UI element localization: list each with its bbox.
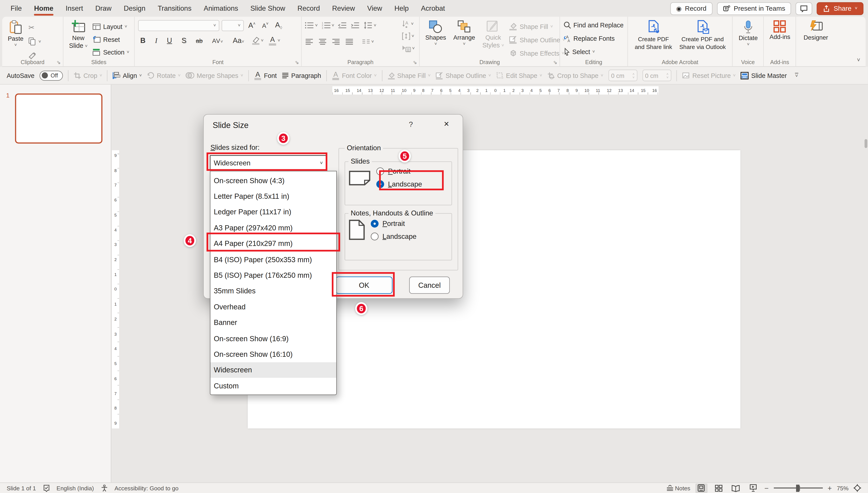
- slide-show-button[interactable]: [747, 483, 759, 493]
- line-spacing-button[interactable]: ˅: [364, 20, 376, 31]
- clipboard-dialog-launcher[interactable]: ⇘: [57, 60, 61, 65]
- cancel-button[interactable]: Cancel: [409, 277, 450, 294]
- columns-button[interactable]: ˅: [362, 36, 374, 47]
- language-indicator[interactable]: English (India): [57, 485, 94, 491]
- paragraph-dialog-launcher[interactable]: ⇘: [413, 60, 417, 65]
- size-option[interactable]: Letter Paper (8.5x11 in): [210, 188, 336, 204]
- zoom-in-button[interactable]: +: [827, 484, 832, 492]
- paragraph-button[interactable]: Paragraph: [282, 72, 321, 79]
- align-center-button[interactable]: [318, 38, 327, 45]
- increase-indent-button[interactable]: [351, 22, 360, 29]
- highlight-color-button[interactable]: ˅: [251, 35, 263, 46]
- zoom-out-button[interactable]: −: [764, 484, 768, 492]
- tab-home[interactable]: Home: [28, 1, 60, 16]
- align-right-button[interactable]: [332, 38, 340, 45]
- slide-sorter-view-button[interactable]: [713, 483, 725, 493]
- decrease-indent-button[interactable]: [338, 22, 347, 29]
- size-option[interactable]: On-screen Show (16:9): [210, 330, 336, 346]
- new-slide-button[interactable]: New Slide˅: [67, 20, 90, 51]
- arrange-button[interactable]: Arrange ˅: [451, 20, 478, 47]
- comments-button[interactable]: [796, 2, 812, 15]
- create-pdf-share-link-button[interactable]: Create PDF and Share link: [632, 20, 674, 51]
- addins-button[interactable]: Add-ins: [767, 20, 792, 41]
- size-option[interactable]: Widescreen: [210, 362, 336, 378]
- slide-thumbnail-1[interactable]: [15, 93, 103, 144]
- share-button[interactable]: Share ˅: [817, 2, 864, 15]
- designer-button[interactable]: Designer: [801, 20, 830, 42]
- present-in-teams-button[interactable]: Present in Teams: [717, 2, 791, 15]
- reset-button[interactable]: Reset: [93, 34, 129, 45]
- select-button[interactable]: Select˅: [564, 46, 595, 58]
- align-button[interactable]: Align˅: [113, 71, 142, 79]
- toolbar-overflow-button[interactable]: ˅: [795, 72, 798, 78]
- cut-button[interactable]: ✂: [28, 22, 41, 34]
- text-direction-button[interactable]: A˅: [402, 20, 415, 28]
- font-size-combo[interactable]: ˅: [221, 20, 244, 31]
- create-pdf-share-outlook-button[interactable]: Create PDF and Share via Outlook: [677, 20, 728, 51]
- tab-insert[interactable]: Insert: [60, 1, 89, 16]
- tab-view[interactable]: View: [361, 1, 388, 16]
- size-option[interactable]: On-screen Show (16:10): [210, 346, 336, 362]
- italic-button[interactable]: I: [153, 36, 160, 45]
- font-dialog-launcher[interactable]: ⇘: [295, 60, 299, 65]
- size-option[interactable]: Banner: [210, 315, 336, 330]
- paste-button[interactable]: Paste ˅: [5, 20, 26, 48]
- convert-to-smartart-button[interactable]: ˅: [402, 44, 415, 53]
- replace-fonts-button[interactable]: AAReplace Fonts: [564, 33, 615, 44]
- tab-acrobat[interactable]: Acrobat: [415, 1, 451, 16]
- underline-button[interactable]: U: [165, 36, 174, 45]
- strikethrough-button[interactable]: ab: [193, 37, 205, 44]
- numbering-button[interactable]: 123˅: [321, 20, 334, 31]
- spell-check-icon[interactable]: [43, 484, 50, 492]
- size-option[interactable]: Ledger Paper (11x17 in): [210, 204, 336, 220]
- normal-view-button[interactable]: [695, 483, 707, 493]
- size-option[interactable]: 35mm Slides: [210, 283, 336, 299]
- layout-button[interactable]: Layout˅: [93, 21, 129, 33]
- justify-button[interactable]: [345, 38, 354, 45]
- bullets-button[interactable]: ˅: [305, 20, 318, 31]
- slide-master-button[interactable]: Slide Master: [741, 71, 787, 79]
- shapes-button[interactable]: Shapes ˅: [423, 20, 448, 47]
- tab-design[interactable]: Design: [118, 1, 151, 16]
- accessibility-status[interactable]: Accessibility: Good to go: [114, 485, 178, 491]
- size-option[interactable]: Custom: [210, 378, 336, 394]
- record-button[interactable]: ◉ Record: [670, 2, 713, 15]
- align-left-button[interactable]: [305, 38, 314, 45]
- size-option[interactable]: B5 (ISO) Paper (176x250 mm): [210, 267, 336, 283]
- font-color-button[interactable]: A˅: [269, 35, 280, 46]
- change-case-button[interactable]: Aa˅: [231, 36, 246, 45]
- zoom-slider-thumb[interactable]: [796, 484, 799, 492]
- tab-record[interactable]: Record: [291, 1, 326, 16]
- zoom-level[interactable]: 75%: [837, 485, 849, 491]
- size-option[interactable]: On-screen Show (4:3): [210, 172, 336, 188]
- section-button[interactable]: Section˅: [93, 46, 129, 58]
- copy-button[interactable]: ˅: [28, 36, 41, 47]
- zoom-slider[interactable]: [774, 484, 823, 492]
- vertical-scrollbar-thumb[interactable]: [865, 139, 868, 148]
- clear-formatting-button[interactable]: A◊: [273, 20, 284, 30]
- text-shadow-button[interactable]: S: [179, 36, 189, 45]
- notes-portrait-radio[interactable]: Portrait: [371, 219, 417, 227]
- fit-slide-button[interactable]: [853, 484, 861, 492]
- size-option[interactable]: Overhead: [210, 299, 336, 315]
- collapse-ribbon-chevron-icon[interactable]: ˅: [857, 58, 860, 63]
- dialog-help-button[interactable]: ?: [404, 120, 418, 132]
- find-replace-button[interactable]: Find and Replace: [564, 20, 623, 31]
- tab-review[interactable]: Review: [326, 1, 361, 16]
- reading-view-button[interactable]: [730, 483, 742, 493]
- tab-file[interactable]: File: [4, 1, 28, 16]
- notes-toggle[interactable]: Notes: [666, 485, 690, 491]
- drawing-dialog-launcher[interactable]: ⇘: [553, 60, 557, 65]
- tab-animations[interactable]: Animations: [197, 1, 244, 16]
- align-text-button[interactable]: ˅: [402, 32, 415, 41]
- autosave-toggle[interactable]: Off: [39, 70, 63, 80]
- tab-transitions[interactable]: Transitions: [152, 1, 198, 16]
- character-spacing-button[interactable]: AV˅: [210, 37, 226, 44]
- increase-font-size-button[interactable]: A˄: [246, 21, 258, 29]
- tab-slide-show[interactable]: Slide Show: [244, 1, 291, 16]
- size-option[interactable]: B4 (ISO) Paper (250x353 mm): [210, 252, 336, 267]
- decrease-font-size-button[interactable]: A˅: [260, 21, 271, 29]
- notes-landscape-radio[interactable]: Landscape: [371, 232, 417, 240]
- tab-help[interactable]: Help: [388, 1, 415, 16]
- close-icon[interactable]: ×: [439, 119, 454, 132]
